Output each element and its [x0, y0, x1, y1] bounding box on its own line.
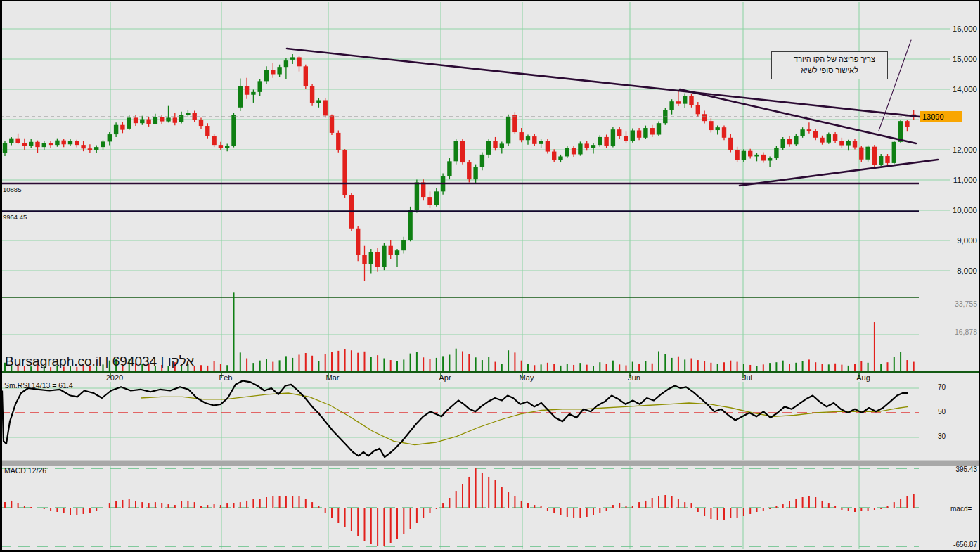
candle-body	[68, 141, 72, 145]
rsi-level-70-label: 70	[938, 383, 946, 391]
candle-body	[369, 252, 373, 264]
candle-body	[637, 130, 641, 137]
candle-body	[820, 138, 824, 143]
candle-body	[572, 148, 576, 154]
candle-body	[9, 139, 13, 143]
candle-body	[768, 158, 772, 160]
candle-body	[225, 146, 229, 148]
candle-body	[611, 129, 615, 146]
candle-body	[114, 125, 118, 134]
candle-body	[146, 120, 150, 124]
support-level-label-9964: 9964.45	[3, 213, 27, 221]
price-tick-label: 9,000	[957, 236, 977, 245]
price-tick-label: 12,000	[953, 146, 977, 154]
candle-body	[389, 246, 393, 255]
annotation-line-2: לאישור סופי לשיא	[775, 65, 884, 77]
price-axis-layer: 16,00015,00014,00012,00011,00010,0009,00…	[919, 25, 977, 275]
rsi-level-50-label: 50	[938, 408, 946, 416]
candle-body	[578, 143, 582, 154]
candle-body	[166, 117, 170, 121]
candle-body	[120, 125, 124, 130]
candle-body	[839, 141, 844, 145]
annotation-note[interactable]: צריך פריצה של הקו היורד — לאישור סופי לש…	[771, 51, 888, 79]
candle-body	[754, 155, 759, 157]
candle-body	[585, 143, 589, 148]
candle-body	[199, 120, 203, 126]
candle-body	[264, 70, 269, 81]
candle-body	[565, 148, 569, 156]
candle-body	[375, 252, 380, 267]
candle-body	[153, 117, 157, 124]
candle-body	[427, 197, 432, 205]
candle-body	[742, 151, 746, 160]
month-label: Feb	[219, 373, 233, 382]
macd-layer	[0, 468, 919, 546]
candle-body	[415, 182, 419, 210]
candle-body	[657, 123, 661, 134]
candle-body	[506, 117, 510, 143]
candle-body	[467, 162, 471, 179]
candle-body	[702, 114, 707, 121]
candle-body	[55, 141, 59, 145]
candle-body	[493, 141, 497, 148]
candle-body	[774, 148, 778, 158]
chart-plot-area[interactable]: 2020FebMarAprMayJunJulAug16,00015,00014,…	[0, 0, 980, 552]
candle-body	[794, 136, 798, 144]
candle-body	[205, 126, 209, 136]
candle-body	[42, 143, 46, 147]
candle-body	[624, 136, 628, 141]
candle-body	[872, 147, 877, 165]
candle-body	[480, 155, 484, 167]
candle-body	[748, 151, 752, 157]
candle-body	[539, 141, 543, 144]
candle-body	[219, 145, 223, 148]
price-tick-label: 16,000	[953, 25, 977, 33]
candle-body	[323, 100, 328, 115]
candle-body	[591, 145, 595, 148]
month-label: May	[520, 373, 534, 382]
candle-body	[807, 129, 811, 131]
candle-body	[356, 229, 360, 255]
candle-body	[604, 137, 608, 146]
candle-body	[330, 115, 334, 133]
rsi-level-30-label: 30	[938, 432, 946, 440]
price-tick-label: 8,000	[957, 267, 977, 275]
candle-body	[62, 141, 66, 145]
candle-body	[336, 133, 340, 150]
candle-body	[846, 141, 851, 146]
candle-body	[29, 142, 33, 146]
candle-body	[676, 101, 681, 103]
candle-body	[231, 115, 236, 146]
candle-body	[179, 115, 183, 122]
macd-min-label: -656.87	[924, 541, 977, 548]
candle-body	[49, 143, 53, 145]
candle-body	[316, 100, 321, 103]
candle-body	[421, 182, 425, 197]
candle-body	[669, 101, 673, 110]
candle-body	[892, 142, 896, 163]
month-label: Aug	[856, 373, 870, 382]
candle-body	[813, 131, 818, 137]
candle-body	[879, 156, 883, 165]
candle-body	[905, 121, 909, 127]
rsi-indicator-label: Sm.RSI 14/13 = 61.4	[4, 381, 73, 390]
xaxis-separator	[0, 380, 980, 380]
candle-body	[81, 145, 85, 148]
candle-body	[650, 128, 655, 134]
price-tick-label: 15,000	[953, 55, 977, 63]
candle-body	[238, 86, 243, 108]
month-label: Apr	[439, 373, 451, 382]
last-price-badge: 13090	[920, 111, 962, 122]
support-level-label-10885: 10885	[3, 186, 21, 193]
bursagraph-chart-window: 2020FebMarAprMayJunJulAug16,00015,00014,…	[0, 0, 980, 552]
candle-body	[526, 136, 530, 140]
candle-body	[15, 139, 20, 143]
annotation-line-1: צריך פריצה של הקו היורד —	[775, 54, 884, 65]
macd-separator-bar	[0, 460, 980, 466]
candle-body	[532, 136, 536, 144]
candle-body	[696, 105, 700, 114]
candle-body	[631, 130, 635, 141]
candle-body	[258, 81, 262, 91]
macd-indicator-label: MACD 12/26	[4, 466, 46, 475]
candle-body	[310, 86, 314, 103]
